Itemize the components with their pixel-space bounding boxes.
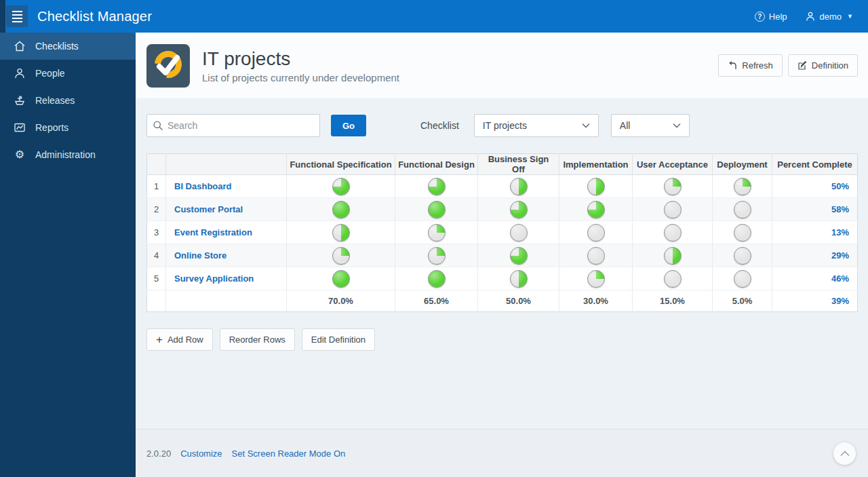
chevron-down-icon: ▼ — [847, 13, 853, 20]
reorder-rows-button[interactable]: Reorder Rows — [220, 328, 295, 351]
column-header-implementation[interactable]: Implementation — [559, 154, 633, 175]
progress-pie[interactable] — [510, 178, 528, 195]
percent-complete-cell: 58% — [772, 198, 858, 221]
progress-pie[interactable] — [664, 270, 682, 288]
progress-pie[interactable] — [734, 178, 751, 195]
progress-cell — [713, 198, 772, 221]
sidebar-item-releases[interactable]: Releases — [0, 87, 136, 114]
progress-pie[interactable] — [664, 178, 682, 195]
progress-pie[interactable] — [587, 201, 605, 218]
progress-pie[interactable] — [428, 224, 446, 242]
percent-complete-link[interactable]: 50% — [831, 181, 849, 191]
user-menu[interactable]: demo ▼ — [805, 11, 853, 22]
chevron-up-icon — [840, 451, 850, 457]
scroll-to-top-button[interactable] — [833, 442, 856, 465]
top-bar: Checklist Manager ? Help demo ▼ — [0, 0, 868, 33]
sidebar-item-label: People — [35, 68, 65, 79]
scope-select[interactable]: All — [611, 114, 690, 137]
summary-row: 70.0% 65.0% 50.0% 30.0% 15.0% 5.0% 39% — [147, 290, 858, 312]
screen-reader-link[interactable]: Set Screen Reader Mode On — [232, 449, 346, 459]
go-button[interactable]: Go — [331, 115, 366, 136]
progress-pie[interactable] — [428, 247, 446, 265]
help-link[interactable]: ? Help — [755, 12, 787, 22]
refresh-icon — [728, 61, 737, 71]
project-name-link[interactable]: Event Registration — [174, 227, 252, 237]
progress-pie[interactable] — [510, 224, 528, 242]
sidebar-item-label: Releases — [35, 95, 75, 106]
column-header-business-sign-off[interactable]: Business Sign Off — [478, 154, 559, 175]
percent-complete-link[interactable]: 13% — [831, 227, 849, 237]
page-header: IT projects List of projects currently u… — [136, 33, 868, 98]
grid-actions: + Add Row Reorder Rows Edit Definition — [146, 328, 858, 351]
sidebar-item-checklists[interactable]: Checklists — [0, 33, 136, 60]
summary-value: 50.0% — [478, 290, 559, 312]
filter-bar: Go Checklist IT projects All — [146, 114, 858, 137]
sidebar-item-administration[interactable]: ⚙ Administration — [0, 141, 136, 168]
percent-complete-link[interactable]: 58% — [831, 204, 849, 214]
progress-cell — [633, 198, 713, 221]
progress-pie[interactable] — [428, 270, 446, 288]
project-name-cell: Survey Application — [166, 267, 287, 290]
column-header-percent-complete[interactable]: Percent Complete — [772, 154, 858, 175]
progress-pie[interactable] — [587, 247, 605, 265]
progress-cell — [559, 267, 633, 290]
progress-cell — [713, 175, 772, 198]
percent-complete-link[interactable]: 29% — [831, 250, 849, 261]
percent-complete-cell: 13% — [772, 221, 858, 244]
progress-pie[interactable] — [734, 201, 751, 218]
page-subtitle: List of projects currently under develop… — [202, 72, 399, 83]
edit-definition-button[interactable]: Edit Definition — [302, 328, 375, 351]
progress-pie[interactable] — [332, 224, 350, 242]
column-header-functional-design[interactable]: Functional Design — [395, 154, 478, 175]
checklist-select[interactable]: IT projects — [474, 114, 599, 137]
progress-pie[interactable] — [428, 201, 446, 218]
progress-cell — [478, 175, 559, 198]
progress-pie[interactable] — [510, 270, 528, 288]
definition-button[interactable]: Definition — [788, 54, 858, 77]
project-name-cell: Event Registration — [166, 221, 287, 244]
home-icon — [14, 40, 26, 52]
column-header-user-acceptance[interactable]: User Acceptance — [633, 154, 713, 175]
progress-cell — [478, 221, 559, 244]
progress-pie[interactable] — [332, 270, 350, 288]
progress-pie[interactable] — [734, 247, 751, 265]
sidebar-item-people[interactable]: People — [0, 60, 136, 87]
progress-pie[interactable] — [332, 201, 350, 218]
column-header-functional-specification[interactable]: Functional Specification — [287, 154, 395, 175]
project-name-link[interactable]: Online Store — [174, 250, 226, 261]
progress-pie[interactable] — [510, 247, 528, 265]
reorder-rows-label: Reorder Rows — [229, 335, 285, 345]
chevron-down-icon — [582, 123, 590, 128]
progress-pie[interactable] — [587, 178, 605, 195]
project-name-link[interactable]: BI Dashboard — [174, 181, 232, 191]
progress-pie[interactable] — [587, 224, 605, 242]
user-icon — [805, 11, 816, 22]
progress-pie[interactable] — [510, 201, 528, 218]
checklist-filter-label: Checklist — [420, 120, 459, 131]
chart-icon — [14, 121, 26, 134]
sidebar-item-reports[interactable]: Reports — [0, 114, 136, 141]
progress-pie[interactable] — [587, 270, 605, 288]
progress-pie[interactable] — [664, 224, 682, 242]
progress-pie[interactable] — [664, 201, 682, 218]
search-input[interactable] — [146, 114, 320, 137]
progress-pie[interactable] — [332, 178, 350, 195]
column-header-deployment[interactable]: Deployment — [713, 154, 772, 175]
progress-pie[interactable] — [734, 270, 751, 288]
progress-pie[interactable] — [332, 247, 350, 265]
progress-pie[interactable] — [664, 247, 682, 265]
project-name-cell: Online Store — [166, 244, 287, 267]
progress-cell — [478, 267, 559, 290]
hamburger-menu-button[interactable] — [6, 5, 28, 27]
percent-complete-link[interactable]: 46% — [831, 273, 849, 284]
progress-cell — [559, 244, 633, 267]
table-row: 2Customer Portal58% — [147, 198, 858, 221]
table-row: 5Survey Application46% — [147, 267, 858, 290]
refresh-button[interactable]: Refresh — [718, 54, 783, 77]
project-name-link[interactable]: Survey Application — [174, 273, 254, 284]
add-row-button[interactable]: + Add Row — [146, 328, 213, 351]
progress-pie[interactable] — [428, 178, 446, 195]
progress-pie[interactable] — [734, 224, 751, 242]
customize-link[interactable]: Customize — [180, 449, 222, 459]
project-name-link[interactable]: Customer Portal — [174, 204, 243, 214]
